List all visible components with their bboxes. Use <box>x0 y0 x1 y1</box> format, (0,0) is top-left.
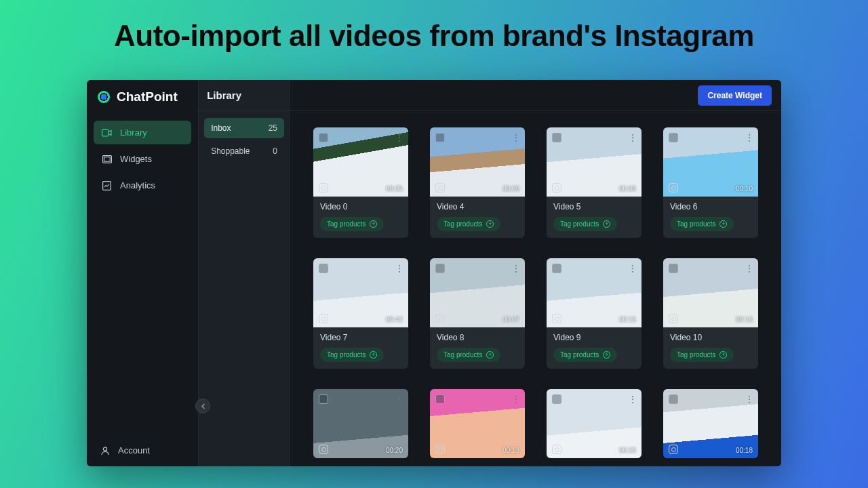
select-checkbox[interactable] <box>669 264 678 273</box>
video-card[interactable]: ⋮00:13Video 12Tag products+ <box>430 389 525 458</box>
video-thumbnail[interactable]: ⋮00:05 <box>313 127 408 197</box>
nav-widgets[interactable]: Widgets <box>94 147 191 171</box>
video-grid-scroll[interactable]: ⋮00:05Video 0Tag products+⋮00:09Video 4T… <box>290 111 781 466</box>
app-window: ChatPoint Library Widgets Analytics <box>87 80 781 466</box>
create-widget-button[interactable]: Create Widget <box>698 85 772 106</box>
filter-shoppable[interactable]: Shoppable 0 <box>204 141 284 161</box>
video-thumbnail[interactable]: ⋮00:42 <box>313 258 408 327</box>
video-thumbnail[interactable]: ⋮00:20 <box>313 389 408 458</box>
more-menu-icon[interactable]: ⋮ <box>393 262 404 274</box>
video-title: Video 9 <box>553 333 635 342</box>
brand-title: ChatPoint <box>117 89 178 104</box>
video-card[interactable]: ⋮00:06Video 5Tag products+ <box>547 127 642 238</box>
svg-rect-0 <box>102 129 108 136</box>
more-menu-icon[interactable]: ⋮ <box>743 262 754 274</box>
svg-rect-2 <box>104 157 109 161</box>
video-card[interactable]: ⋮00:20Video 11Tag products+ <box>313 389 408 458</box>
video-duration: 00:33 <box>619 447 636 454</box>
video-thumbnail[interactable]: ⋮00:09 <box>430 127 525 197</box>
tag-products-label: Tag products <box>327 220 366 228</box>
video-card[interactable]: ⋮00:15Video 9Tag products+ <box>547 258 642 369</box>
more-menu-icon[interactable]: ⋮ <box>743 131 754 144</box>
video-thumbnail[interactable]: ⋮00:18 <box>663 389 758 458</box>
more-menu-icon[interactable]: ⋮ <box>743 393 754 405</box>
video-thumbnail[interactable]: ⋮00:16 <box>663 258 758 327</box>
video-card[interactable]: ⋮00:18Video 14Tag products+ <box>663 389 758 458</box>
video-duration: 00:16 <box>736 316 753 323</box>
select-checkbox[interactable] <box>552 133 561 142</box>
video-thumbnail[interactable]: ⋮00:06 <box>547 127 642 197</box>
select-checkbox[interactable] <box>669 133 678 142</box>
video-camera-icon <box>102 128 112 137</box>
instagram-source-icon <box>552 183 561 192</box>
filter-inbox[interactable]: Inbox 25 <box>204 118 284 138</box>
tag-products-label: Tag products <box>327 351 366 359</box>
collapse-panel-button[interactable] <box>195 399 210 413</box>
brand: ChatPoint <box>87 80 198 114</box>
tag-products-button[interactable]: Tag products+ <box>437 217 500 231</box>
more-menu-icon[interactable]: ⋮ <box>510 262 521 274</box>
tag-products-button[interactable]: Tag products+ <box>553 217 617 231</box>
more-menu-icon[interactable]: ⋮ <box>627 131 637 144</box>
plus-circle-icon: + <box>370 351 377 359</box>
video-thumbnail[interactable]: ⋮00:33 <box>547 389 642 458</box>
select-checkbox[interactable] <box>435 133 445 142</box>
card-body: Video 6Tag products+ <box>663 197 758 238</box>
select-checkbox[interactable] <box>552 394 561 404</box>
video-card[interactable]: ⋮00:09Video 4Tag products+ <box>430 127 525 238</box>
more-menu-icon[interactable]: ⋮ <box>627 393 637 405</box>
instagram-source-icon <box>319 183 328 192</box>
plus-circle-icon: + <box>719 220 727 228</box>
filter-list: Inbox 25 Shoppable 0 <box>199 111 290 168</box>
select-checkbox[interactable] <box>435 394 445 404</box>
video-title: Video 6 <box>670 202 751 211</box>
video-card[interactable]: ⋮00:05Video 0Tag products+ <box>313 127 408 238</box>
nav-account-label: Account <box>118 445 150 455</box>
card-body: Video 9Tag products+ <box>547 327 642 369</box>
select-checkbox[interactable] <box>669 394 678 404</box>
video-duration: 00:06 <box>619 185 636 192</box>
video-thumbnail[interactable]: ⋮00:10 <box>663 127 758 197</box>
tag-products-button[interactable]: Tag products+ <box>670 348 734 362</box>
video-card[interactable]: ⋮00:10Video 6Tag products+ <box>663 127 758 238</box>
video-card[interactable]: ⋮00:42Video 7Tag products+ <box>313 258 408 369</box>
tag-products-label: Tag products <box>560 220 599 228</box>
more-menu-icon[interactable]: ⋮ <box>393 131 404 144</box>
card-body: Video 4Tag products+ <box>430 197 525 238</box>
video-duration: 00:10 <box>736 185 753 192</box>
topbar: Create Widget <box>290 80 781 111</box>
video-card[interactable]: ⋮00:33Video 13Tag products+ <box>547 389 642 458</box>
video-grid: ⋮00:05Video 0Tag products+⋮00:09Video 4T… <box>313 127 758 458</box>
plus-circle-icon: + <box>603 220 610 228</box>
select-checkbox[interactable] <box>435 264 445 273</box>
more-menu-icon[interactable]: ⋮ <box>510 393 521 405</box>
select-checkbox[interactable] <box>319 133 328 142</box>
tag-products-button[interactable]: Tag products+ <box>553 348 617 362</box>
nav-account[interactable]: Account <box>87 434 198 466</box>
select-checkbox[interactable] <box>552 264 561 273</box>
more-menu-icon[interactable]: ⋮ <box>393 393 404 405</box>
nav-library[interactable]: Library <box>94 121 191 144</box>
instagram-source-icon <box>435 445 445 454</box>
tag-products-button[interactable]: Tag products+ <box>437 348 500 362</box>
card-body: Video 7Tag products+ <box>313 327 408 369</box>
page-title: Library <box>199 80 290 111</box>
card-body: Video 5Tag products+ <box>547 197 642 238</box>
select-checkbox[interactable] <box>319 394 328 404</box>
headline: Auto-import all videos from brand's Inst… <box>0 0 868 53</box>
video-card[interactable]: ⋮00:16Video 10Tag products+ <box>663 258 758 369</box>
video-card[interactable]: ⋮00:07Video 8Tag products+ <box>430 258 525 369</box>
tag-products-button[interactable]: Tag products+ <box>320 348 384 362</box>
nav-analytics[interactable]: Analytics <box>94 174 191 197</box>
tag-products-button[interactable]: Tag products+ <box>320 217 384 231</box>
more-menu-icon[interactable]: ⋮ <box>510 131 521 144</box>
tag-products-button[interactable]: Tag products+ <box>670 217 734 231</box>
select-checkbox[interactable] <box>319 264 328 273</box>
more-menu-icon[interactable]: ⋮ <box>627 262 637 274</box>
instagram-source-icon <box>435 314 445 323</box>
video-thumbnail[interactable]: ⋮00:15 <box>547 258 642 327</box>
instagram-source-icon <box>669 183 678 192</box>
video-title: Video 4 <box>437 202 518 211</box>
video-thumbnail[interactable]: ⋮00:13 <box>430 389 525 458</box>
video-thumbnail[interactable]: ⋮00:07 <box>430 258 525 327</box>
